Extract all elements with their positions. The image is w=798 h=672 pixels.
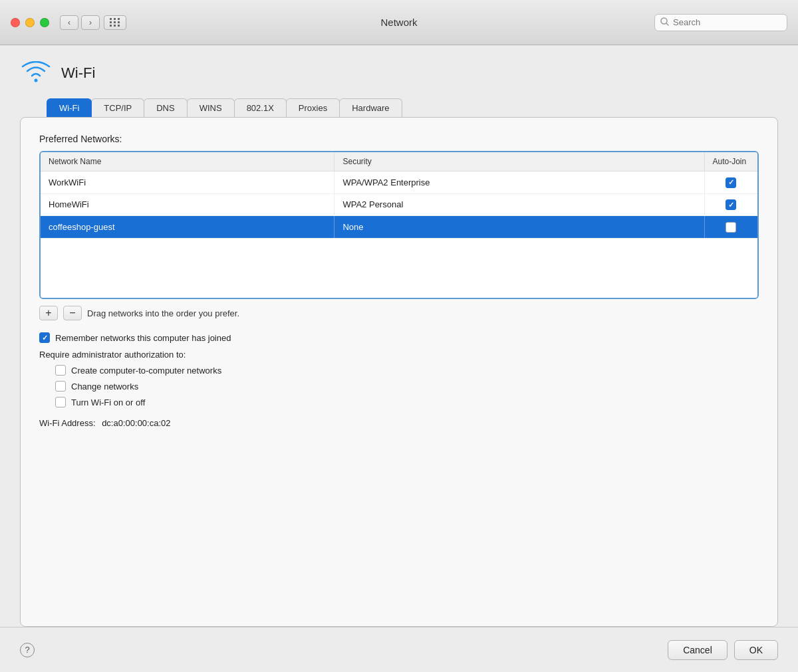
main-content: Wi-Fi Wi-Fi TCP/IP DNS WINS 802.1X Proxi… [0, 45, 798, 627]
window-title: Network [380, 17, 417, 28]
bottom-bar: ? Cancel OK [0, 627, 798, 672]
admin-auth-label: Require administrator authorization to: [39, 350, 759, 360]
admin-options: Create computer-to-computer networks Cha… [55, 365, 759, 407]
tab-dns[interactable]: DNS [144, 98, 187, 117]
turn-wifi-label: Turn Wi-Fi on or off [71, 397, 145, 407]
empty-table-row [41, 238, 757, 298]
maximize-button[interactable] [40, 18, 49, 27]
table-row[interactable]: HomeWiFi WPA2 Personal [41, 193, 757, 216]
col-header-autojoin: Auto-Join [704, 152, 757, 171]
tab-wifi[interactable]: Wi-Fi [47, 98, 92, 117]
forward-button[interactable]: › [81, 15, 100, 30]
grid-view-button[interactable] [104, 15, 126, 30]
change-networks-checkbox[interactable] [55, 381, 66, 392]
network-autojoin-cell[interactable] [704, 193, 757, 216]
create-networks-label: Create computer-to-computer networks [71, 366, 221, 376]
network-security-cell: None [334, 216, 704, 239]
search-box[interactable] [654, 14, 787, 31]
tab-hardware[interactable]: Hardware [339, 98, 402, 117]
remember-networks-label: Remember networks this computer has join… [55, 333, 231, 343]
autojoin-checkbox[interactable] [726, 177, 736, 188]
wifi-icon [20, 61, 52, 85]
tab-8021x[interactable]: 802.1X [234, 98, 287, 117]
svg-point-2 [35, 79, 38, 82]
titlebar: ‹ › Network [0, 0, 798, 45]
autojoin-checkbox[interactable] [726, 222, 736, 233]
tab-wins[interactable]: WINS [187, 98, 235, 117]
table-row[interactable]: WorkWiFi WPA/WPA2 Enterprise [41, 171, 757, 194]
network-autojoin-cell[interactable] [704, 216, 757, 239]
grid-dots-icon [110, 18, 120, 27]
wifi-header: Wi-Fi [20, 61, 778, 85]
svg-line-1 [666, 23, 668, 25]
cancel-button[interactable]: Cancel [668, 640, 728, 660]
remove-network-button[interactable]: − [63, 306, 82, 320]
admin-option-row[interactable]: Change networks [55, 381, 759, 392]
autojoin-checkbox[interactable] [726, 199, 736, 210]
admin-option-row[interactable]: Turn Wi-Fi on or off [55, 397, 759, 407]
add-remove-row: + − Drag networks into the order you pre… [39, 306, 759, 320]
create-networks-checkbox[interactable] [55, 365, 66, 376]
drag-hint: Drag networks into the order you prefer. [87, 308, 239, 318]
network-security-cell: WPA/WPA2 Enterprise [334, 171, 704, 194]
add-network-button[interactable]: + [39, 306, 58, 320]
networks-table-wrapper: Network Name Security Auto-Join WorkWiFi… [39, 151, 759, 299]
bottom-buttons: Cancel OK [668, 640, 778, 660]
network-security-cell: WPA2 Personal [334, 193, 704, 216]
wifi-address-row: Wi-Fi Address: dc:a0:00:00:ca:02 [39, 418, 759, 428]
network-name-cell: coffeeshop-guest [41, 216, 334, 239]
search-icon [660, 17, 669, 28]
traffic-lights [11, 18, 49, 27]
preferred-networks-label: Preferred Networks: [39, 134, 759, 144]
col-header-name: Network Name [41, 152, 334, 171]
remember-networks-row[interactable]: Remember networks this computer has join… [39, 332, 759, 343]
change-networks-label: Change networks [71, 382, 138, 392]
close-button[interactable] [11, 18, 20, 27]
nav-buttons: ‹ › [60, 15, 100, 30]
settings-panel: Preferred Networks: Network Name Securit… [20, 117, 778, 627]
network-autojoin-cell[interactable] [704, 171, 757, 194]
table-row[interactable]: coffeeshop-guest None [41, 216, 757, 239]
tab-tcpip[interactable]: TCP/IP [91, 98, 144, 117]
back-button[interactable]: ‹ [60, 15, 78, 30]
network-name-cell: HomeWiFi [41, 193, 334, 216]
ok-button[interactable]: OK [734, 640, 778, 660]
wifi-address-value: dc:a0:00:00:ca:02 [102, 418, 170, 428]
minimize-button[interactable] [25, 18, 35, 27]
wifi-title: Wi-Fi [61, 64, 95, 82]
search-input[interactable] [673, 17, 781, 27]
tab-bar: Wi-Fi TCP/IP DNS WINS 802.1X Proxies Har… [47, 98, 778, 117]
networks-table: Network Name Security Auto-Join WorkWiFi… [41, 152, 757, 298]
remember-networks-checkbox[interactable] [39, 332, 50, 343]
help-button[interactable]: ? [20, 643, 35, 657]
turn-wifi-checkbox[interactable] [55, 397, 66, 407]
tab-proxies[interactable]: Proxies [286, 98, 340, 117]
wifi-address-label: Wi-Fi Address: [39, 418, 96, 428]
admin-option-row[interactable]: Create computer-to-computer networks [55, 365, 759, 376]
col-header-security: Security [334, 152, 704, 171]
network-name-cell: WorkWiFi [41, 171, 334, 194]
